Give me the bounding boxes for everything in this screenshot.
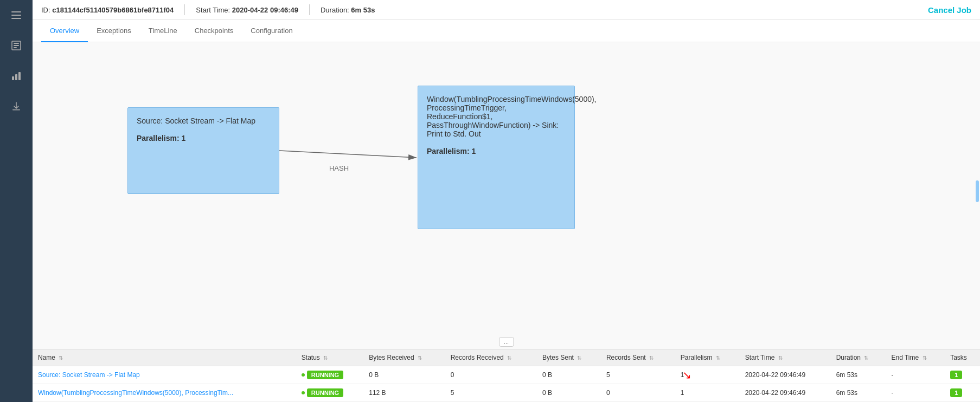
collapse-button[interactable]: ... <box>499 337 514 347</box>
col-records-received[interactable]: Records Received ⇅ <box>445 349 537 366</box>
cancel-job-button[interactable]: Cancel Job <box>928 5 971 15</box>
tasks-cell: 1 <box>945 366 980 384</box>
graph-area: Source: Socket Stream -> Flat Map Parall… <box>33 42 980 349</box>
sort-icon-duration: ⇅ <box>864 355 868 361</box>
table-row: Source: Socket Stream -> Flat MapRUNNING… <box>33 366 980 384</box>
sort-icon-bytes-sent: ⇅ <box>577 355 581 361</box>
tasks-cell: 1 <box>945 384 980 402</box>
tab-configuration[interactable]: Configuration <box>242 20 301 42</box>
sidebar-jobs-icon[interactable] <box>7 36 26 55</box>
svg-rect-6 <box>14 47 17 48</box>
col-start-time[interactable]: Start Time ⇅ <box>740 349 831 366</box>
tasks-badge: 1 <box>950 371 962 379</box>
duration-value: 6m 53s <box>351 6 375 14</box>
graph-canvas: Source: Socket Stream -> Flat Map Parall… <box>33 42 980 349</box>
table-header-row: Name ⇅ Status ⇅ Bytes Received ⇅ Records… <box>33 349 980 366</box>
svg-text:HASH: HASH <box>329 164 349 172</box>
sort-icon-start-time: ⇅ <box>778 355 783 361</box>
svg-rect-8 <box>15 74 17 80</box>
col-bytes-sent[interactable]: Bytes Sent ⇅ <box>537 349 601 366</box>
svg-rect-0 <box>11 11 21 12</box>
svg-rect-10 <box>12 109 20 111</box>
bytes-received-cell: 112 B <box>363 384 445 402</box>
col-bytes-received[interactable]: Bytes Received ⇅ <box>363 349 445 366</box>
svg-line-12 <box>279 151 417 158</box>
tasks-badge: 1 <box>950 388 962 397</box>
job-name-link[interactable]: Window(TumblingProcessingTimeWindows(500… <box>38 389 233 397</box>
node-window-parallelism: Parallelism: 1 <box>427 147 566 155</box>
tab-checkpoints[interactable]: Checkpoints <box>186 20 242 42</box>
bytes-received-cell: 0 B <box>363 366 445 384</box>
svg-rect-2 <box>11 18 21 19</box>
end-time-cell: - <box>886 366 945 384</box>
svg-rect-1 <box>11 15 21 16</box>
parallelism-cell: 1 <box>675 366 740 384</box>
sidebar <box>0 0 33 402</box>
sort-icon-records-sent: ⇅ <box>649 355 654 361</box>
topbar-divider2 <box>309 4 310 15</box>
jobs-table: Name ⇅ Status ⇅ Bytes Received ⇅ Records… <box>33 349 980 402</box>
status-badge: RUNNING <box>307 388 343 397</box>
tab-exceptions[interactable]: Exceptions <box>88 20 140 42</box>
start-time-value: 2020-04-22 09:46:49 <box>232 6 298 14</box>
duration-cell: 6m 53s <box>831 384 886 402</box>
status-badge: RUNNING <box>307 371 343 379</box>
tabs: Overview Exceptions TimeLine Checkpoints… <box>33 20 980 42</box>
bytes-sent-cell: 0 B <box>537 366 601 384</box>
sort-icon-records-received: ⇅ <box>507 355 511 361</box>
job-id-label: ID: c181144cf51140579b6861bfe8711f04 <box>41 6 174 14</box>
topbar: ID: c181144cf51140579b6861bfe8711f04 Sta… <box>33 0 980 20</box>
tab-overview[interactable]: Overview <box>41 20 88 42</box>
svg-rect-7 <box>12 76 14 80</box>
sort-icon-name: ⇅ <box>59 355 63 361</box>
col-end-time[interactable]: End Time ⇅ <box>886 349 945 366</box>
records-received-cell: 0 <box>445 366 537 384</box>
col-tasks[interactable]: Tasks <box>945 349 980 366</box>
start-time-cell: 2020-04-22 09:46:49 <box>740 384 831 402</box>
sort-icon-parallelism: ⇅ <box>716 355 720 361</box>
col-name[interactable]: Name ⇅ <box>33 349 296 366</box>
col-duration[interactable]: Duration ⇅ <box>831 349 886 366</box>
node-window-title: Window(TumblingProcessingTimeWindows(500… <box>427 95 566 138</box>
node-window[interactable]: Window(TumblingProcessingTimeWindows(500… <box>418 86 575 229</box>
node-source-parallelism: Parallelism: 1 <box>137 134 270 142</box>
sidebar-download-icon[interactable] <box>7 96 26 116</box>
end-time-cell: - <box>886 384 945 402</box>
node-source-title: Source: Socket Stream -> Flat Map <box>137 116 270 125</box>
sort-icon-bytes-received: ⇅ <box>418 355 422 361</box>
scrollbar[interactable] <box>976 180 979 202</box>
job-name-link[interactable]: Source: Socket Stream -> Flat Map <box>38 371 140 379</box>
sidebar-menu-icon[interactable] <box>7 5 26 25</box>
status-dot <box>302 391 305 394</box>
duration: Duration: 6m 53s <box>321 6 375 14</box>
sidebar-chart-icon[interactable] <box>7 66 26 86</box>
svg-rect-4 <box>14 43 19 44</box>
col-status[interactable]: Status ⇅ <box>296 349 363 366</box>
node-source[interactable]: Source: Socket Stream -> Flat Map Parall… <box>127 107 279 194</box>
table-body: Source: Socket Stream -> Flat MapRUNNING… <box>33 366 980 402</box>
duration-cell: 6m 53s <box>831 366 886 384</box>
sort-icon-end-time: ⇅ <box>923 355 927 361</box>
parallelism-cell: 1 <box>675 384 740 402</box>
job-id-value: c181144cf51140579b6861bfe8711f04 <box>52 6 174 14</box>
svg-rect-5 <box>14 45 19 46</box>
main-content: ID: c181144cf51140579b6861bfe8711f04 Sta… <box>33 0 980 402</box>
status-dot <box>302 373 305 377</box>
svg-rect-9 <box>18 72 21 80</box>
tab-timeline[interactable]: TimeLine <box>140 20 186 42</box>
table-row: Window(TumblingProcessingTimeWindows(500… <box>33 384 980 402</box>
start-time: Start Time: 2020-04-22 09:46:49 <box>196 6 298 14</box>
topbar-divider1 <box>184 4 185 15</box>
records-received-cell: 5 <box>445 384 537 402</box>
col-records-sent[interactable]: Records Sent ⇅ <box>601 349 675 366</box>
table-area: Name ⇅ Status ⇅ Bytes Received ⇅ Records… <box>33 349 980 402</box>
start-time-cell: 2020-04-22 09:46:49 <box>740 366 831 384</box>
col-parallelism[interactable]: Parallelism ⇅ <box>675 349 740 366</box>
bytes-sent-cell: 0 B <box>537 384 601 402</box>
records-sent-cell: 0 <box>601 384 675 402</box>
sort-icon-status: ⇅ <box>323 355 328 361</box>
records-sent-cell: 5↘ <box>601 366 675 384</box>
